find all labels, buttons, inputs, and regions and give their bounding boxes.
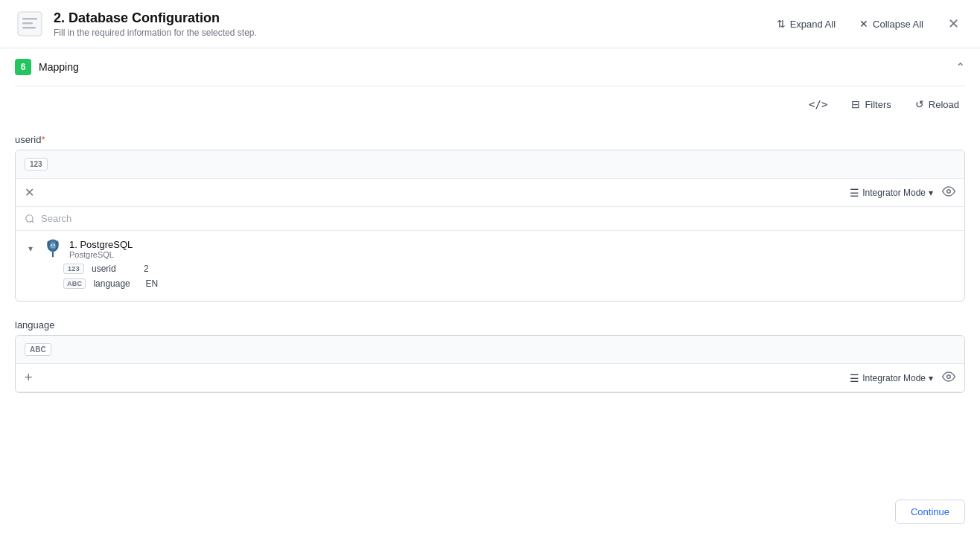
postgres-source-item: ▾ 1. PostgreSQL Postgre: [25, 238, 955, 259]
svg-rect-1: [22, 18, 37, 20]
postgres-source-name: 1. PostgreSQL: [69, 239, 955, 250]
expand-all-button[interactable]: ⇅ Expand All: [771, 15, 841, 33]
language-eye-button[interactable]: [942, 370, 955, 386]
mapping-toolbar: </> ⊟ Filters ↺ Reload: [15, 86, 965, 122]
table-row: 123 userid 2: [63, 264, 955, 274]
header-actions: ⇅ Expand All ✕ Collapse All ✕: [771, 12, 965, 36]
header-icon: [15, 9, 45, 39]
filters-label: Filters: [865, 99, 891, 110]
postgres-source-info: 1. PostgreSQL PostgreSQL: [69, 239, 955, 259]
language-integrator-mode-chevron: ▾: [929, 373, 933, 383]
userid-tree-section: ▾ 1. PostgreSQL Postgre: [16, 231, 964, 301]
userid-field-label: userid*: [15, 134, 965, 145]
filters-icon: ⊟: [851, 98, 860, 110]
userid-field-name: userid: [92, 264, 136, 274]
userid-mapping-controls: ✕ ☰ Integrator Mode ▾: [16, 179, 964, 207]
language-type-header: ABC: [16, 336, 964, 364]
reload-label: Reload: [929, 99, 959, 110]
section-title-group: 6 Mapping: [15, 59, 79, 75]
userid-close-mapping-button[interactable]: ✕: [25, 185, 34, 200]
language-controls-right: ☰ Integrator Mode ▾: [850, 370, 955, 386]
userid-mapping-box: 123 ✕ ☰ Integrator Mode ▾: [15, 150, 965, 302]
svg-point-11: [51, 243, 56, 249]
code-icon: </>: [809, 98, 827, 110]
userid-type-badge: 123: [25, 158, 48, 170]
svg-point-15: [54, 245, 55, 246]
reload-button[interactable]: ↺ Reload: [909, 95, 965, 113]
integrator-mode-label: Integrator Mode: [862, 188, 926, 198]
userid-required-marker: *: [41, 134, 45, 145]
svg-rect-2: [22, 22, 33, 25]
svg-point-10: [47, 241, 50, 246]
filters-button[interactable]: ⊟ Filters: [845, 95, 897, 113]
integrator-mode-icon: ☰: [850, 187, 859, 199]
collapse-all-button[interactable]: ✕ Collapse All: [853, 15, 929, 33]
language-field-label: language: [15, 319, 965, 331]
language-field-value: EN: [145, 278, 158, 289]
language-add-mapping-button[interactable]: +: [25, 370, 33, 386]
svg-point-5: [26, 214, 33, 221]
svg-point-14: [51, 245, 51, 246]
language-integrator-mode-label: Integrator Mode: [862, 373, 926, 383]
postgresql-icon: [42, 238, 63, 259]
svg-point-9: [56, 241, 59, 246]
tree-toggle-button[interactable]: ▾: [25, 243, 36, 254]
svg-point-4: [947, 190, 951, 194]
svg-point-16: [947, 375, 951, 379]
page-subtitle: Fill in the required information for the…: [54, 28, 771, 38]
table-row: ABC language EN: [63, 278, 955, 289]
main-content: 6 Mapping ⌃ </> ⊟ Filters ↺ Reload useri…: [0, 48, 980, 393]
userid-integrator-mode-button[interactable]: ☰ Integrator Mode ▾: [850, 187, 933, 199]
header-text: 2. Database Configuration Fill in the re…: [54, 10, 771, 38]
language-type-badge: ABC: [25, 343, 51, 356]
svg-line-6: [32, 220, 34, 223]
page-title: 2. Database Configuration: [54, 10, 771, 26]
expand-all-label: Expand All: [790, 19, 836, 30]
userid-search-bar: [16, 207, 964, 231]
section-badge: 6: [15, 59, 31, 75]
collapse-all-icon: ✕: [859, 18, 868, 30]
code-toggle-button[interactable]: </>: [803, 95, 833, 113]
section-header: 6 Mapping ⌃: [15, 48, 965, 86]
search-input[interactable]: [41, 213, 955, 224]
reload-icon: ↺: [915, 98, 924, 110]
userid-eye-button[interactable]: [942, 185, 955, 200]
language-field-type: ABC: [63, 278, 86, 289]
search-icon: [25, 214, 35, 224]
language-mapping-box: ABC + ☰ Integrator Mode ▾: [15, 335, 965, 393]
userid-controls-right: ☰ Integrator Mode ▾: [850, 185, 955, 200]
language-integrator-mode-icon: ☰: [850, 372, 859, 384]
language-integrator-mode-button[interactable]: ☰ Integrator Mode ▾: [850, 372, 933, 384]
svg-rect-3: [22, 27, 36, 29]
integrator-mode-chevron: ▾: [929, 188, 933, 198]
userid-type-header: 123: [16, 150, 964, 179]
expand-all-icon: ⇅: [777, 18, 786, 30]
language-field-name: language: [93, 278, 138, 289]
section-title: Mapping: [39, 61, 79, 73]
section-collapse-icon[interactable]: ⌃: [955, 60, 965, 74]
page-header: 2. Database Configuration Fill in the re…: [0, 0, 980, 48]
userid-field-type: 123: [63, 264, 84, 274]
postgres-source-sub: PostgreSQL: [69, 250, 955, 259]
userid-field-value: 2: [144, 264, 149, 274]
collapse-all-label: Collapse All: [873, 19, 923, 30]
postgres-fields: 123 userid 2 ABC language EN: [63, 264, 955, 289]
language-mapping-controls: + ☰ Integrator Mode ▾: [16, 364, 964, 392]
close-button[interactable]: ✕: [941, 12, 965, 36]
